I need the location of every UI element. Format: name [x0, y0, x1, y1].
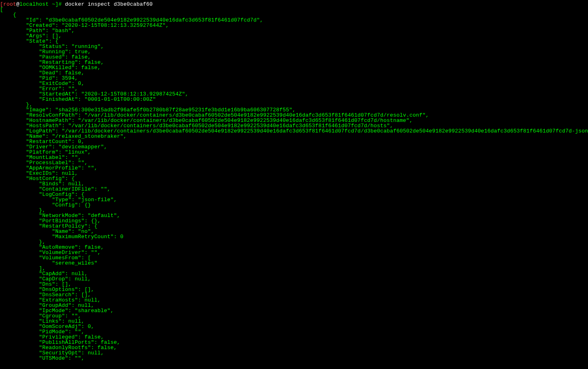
terminal-output: [root@localhost ~]# docker inspect d3be0…: [0, 0, 588, 361]
